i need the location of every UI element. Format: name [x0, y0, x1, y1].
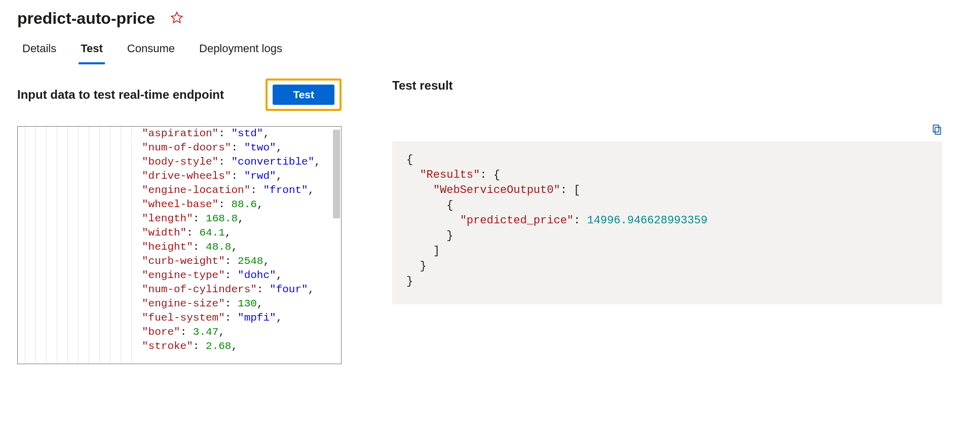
copy-result-icon[interactable]: [931, 123, 943, 138]
favorite-star-icon[interactable]: [170, 11, 183, 26]
svg-rect-2: [933, 125, 939, 132]
editor-indent-guides: [18, 127, 142, 364]
test-button[interactable]: Test: [273, 85, 334, 105]
page-title: predict-auto-price: [17, 9, 155, 28]
test-button-highlight: Test: [266, 79, 342, 111]
tab-consume[interactable]: Consume: [125, 39, 177, 64]
svg-rect-1: [935, 127, 940, 134]
input-section-title: Input data to test real-time endpoint: [17, 88, 224, 102]
svg-marker-0: [171, 12, 182, 23]
tab-bar: Details Test Consume Deployment logs: [0, 39, 980, 64]
test-result-output: { "Results": { "WebServiceOutput0": [ { …: [392, 141, 943, 304]
page-header: predict-auto-price: [0, 0, 980, 33]
tab-test[interactable]: Test: [79, 39, 105, 64]
result-section-title: Test result: [392, 79, 943, 93]
tab-deployment-logs[interactable]: Deployment logs: [197, 39, 284, 64]
input-json-code[interactable]: "fuel-type": "gas","aspiration": "std", …: [142, 127, 341, 364]
tab-details[interactable]: Details: [20, 39, 58, 64]
editor-scrollbar-thumb[interactable]: [333, 130, 340, 218]
input-json-editor[interactable]: "fuel-type": "gas","aspiration": "std", …: [17, 126, 342, 364]
